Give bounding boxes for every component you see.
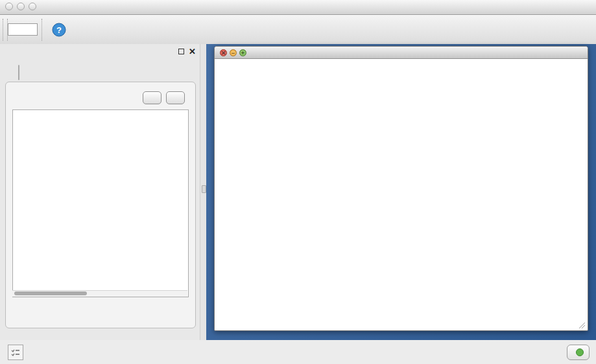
sets-actions	[12, 301, 189, 320]
memory-ok-indicator	[576, 348, 584, 356]
network-canvas[interactable]	[215, 59, 586, 329]
task-history-button[interactable]	[8, 345, 23, 360]
frame-resize-grip[interactable]	[577, 321, 585, 328]
remove-set-button[interactable]	[166, 91, 185, 104]
svg-text:?: ?	[56, 25, 62, 35]
frame-close-icon[interactable]: ✕	[220, 49, 227, 56]
memory-status-button[interactable]	[567, 345, 590, 360]
search-input[interactable]	[8, 23, 38, 36]
help-icon[interactable]: ?	[48, 19, 70, 41]
main-toolbar: ?	[0, 15, 596, 45]
window-titlebar	[0, 0, 596, 15]
frame-maximize-icon[interactable]: +	[239, 49, 246, 56]
close-panel-icon[interactable]: ✕	[189, 47, 196, 56]
window-minimize-button[interactable]	[17, 3, 25, 10]
toolbar-separator	[42, 19, 43, 41]
sets-list	[12, 109, 189, 297]
sets-panel	[5, 82, 196, 328]
network-frame[interactable]: ✕ − +	[214, 46, 588, 331]
control-panel: ✕	[0, 44, 200, 340]
scrollbar-thumb[interactable]	[14, 291, 87, 295]
frame-minimize-icon[interactable]: −	[230, 49, 237, 56]
network-frame-titlebar[interactable]: ✕ − +	[215, 47, 588, 59]
control-panel-header: ✕	[0, 44, 200, 61]
network-desktop: ✕ − +	[206, 44, 596, 340]
window-close-button[interactable]	[5, 3, 13, 10]
status-bar	[0, 340, 596, 364]
main-area: ✕ ✕ − +	[0, 44, 596, 340]
add-set-button[interactable]	[143, 91, 161, 104]
horizontal-scrollbar[interactable]	[12, 290, 187, 297]
float-panel-icon[interactable]	[178, 49, 184, 54]
toolbar-drag-handle[interactable]	[3, 19, 8, 41]
window-zoom-button[interactable]	[29, 3, 36, 10]
splitter-grip[interactable]	[202, 185, 206, 193]
control-panel-tabbar	[18, 65, 19, 80]
